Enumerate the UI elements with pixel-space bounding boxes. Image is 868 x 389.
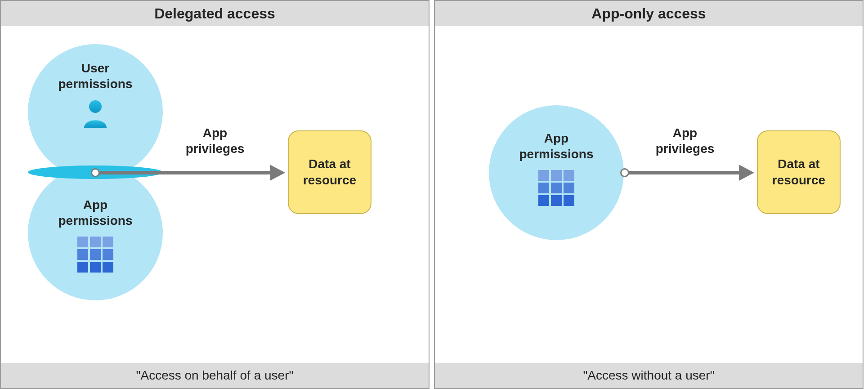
circle-user-permissions: Userpermissions (28, 44, 163, 179)
circle-app-permissions: Apppermissions (28, 165, 163, 300)
arrow-head-icon (270, 165, 285, 181)
data-at-resource-box-left: Data atresource (288, 130, 371, 214)
panel-caption-app-only: "Access without a user" (435, 363, 863, 388)
arrow-label-right: Appprivileges (644, 125, 725, 156)
arrow-head-icon (739, 165, 754, 181)
arrow-origin-dot (91, 168, 100, 177)
arrow-label-left: Appprivileges (174, 125, 255, 156)
arrow-shaft (628, 171, 740, 174)
data-box-label-left: Data atresource (303, 156, 356, 189)
app-permissions-label-left: Apppermissions (58, 197, 133, 228)
panel-app-only-access: App-only access Apppermissions Appprivil… (434, 0, 864, 389)
panel-delegated-access: Delegated access Userpermissions Appperm… (0, 0, 430, 389)
app-permissions-label-right: Apppermissions (519, 130, 594, 162)
diagram-delegated: Userpermissions Apppermissions (1, 26, 429, 363)
panel-caption-delegated: "Access on behalf of a user" (1, 363, 429, 388)
panel-title-app-only: App-only access (435, 1, 863, 26)
app-grid-icon (538, 170, 574, 206)
panel-title-delegated: Delegated access (1, 1, 429, 26)
data-box-label-right: Data atresource (772, 156, 825, 189)
arrow-shaft (99, 171, 271, 174)
diagram-app-only: Apppermissions Appprivileges Data atreso… (435, 26, 863, 363)
circle-app-permissions-only: Apppermissions (489, 105, 624, 240)
data-at-resource-box-right: Data atresource (757, 130, 841, 214)
svg-point-0 (89, 100, 102, 113)
arrow-origin-dot (620, 168, 629, 177)
app-grid-icon (77, 237, 113, 273)
user-icon (82, 99, 108, 128)
user-permissions-label: Userpermissions (58, 60, 133, 92)
